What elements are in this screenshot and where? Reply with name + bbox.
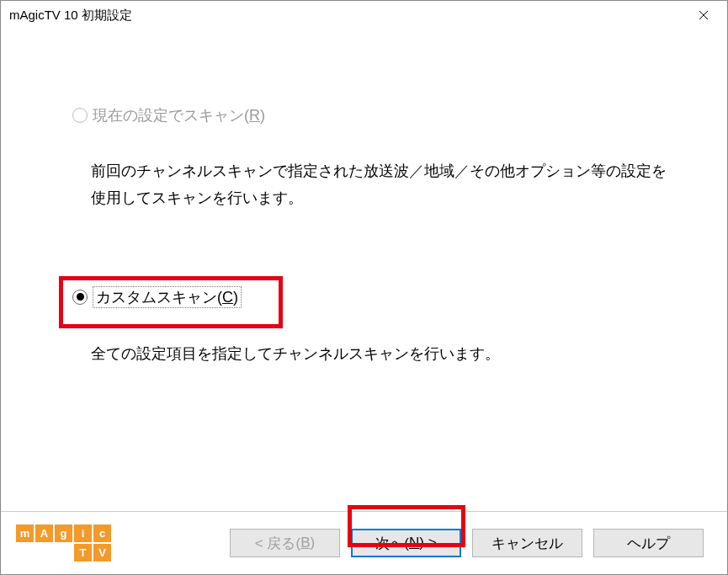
option-custom-desc: 全ての設定項目を指定してチャンネルスキャンを行います。 [91, 340, 677, 367]
radio-custom-scan[interactable]: カスタムスキャン(C) [72, 286, 677, 308]
logo-letter: A [35, 524, 53, 542]
footer: m A g i c T V < 戻る(B) 次へ(N) > キャンセル ヘルプ [1, 511, 727, 574]
window-title: mAgicTV 10 初期設定 [9, 8, 132, 24]
radio-icon-selected [72, 290, 88, 305]
cancel-button[interactable]: キャンセル [472, 529, 582, 557]
logo-row-1: m A g i c [16, 524, 111, 542]
close-button[interactable] [687, 3, 720, 27]
option-custom-scan: カスタムスキャン(C) 全ての設定項目を指定してチャンネルスキャンを行います。 [72, 286, 677, 367]
radio-label: 現在の設定でスキャン(R) [93, 105, 265, 125]
logo-letter: c [93, 524, 111, 542]
option-current-desc: 前回のチャンネルスキャンで指定された放送波／地域／その他オプション等の設定を使用… [91, 157, 677, 212]
logo: m A g i c T V [16, 524, 111, 562]
back-button: < 戻る(B) [230, 529, 340, 557]
next-button[interactable]: 次へ(N) > [351, 529, 461, 557]
help-button[interactable]: ヘルプ [593, 529, 704, 557]
radio-label: カスタムスキャン(C) [93, 286, 242, 308]
option-current-scan: 現在の設定でスキャン(R) 前回のチャンネルスキャンで指定された放送波／地域／そ… [72, 105, 677, 212]
close-icon [699, 10, 709, 20]
radio-icon [72, 108, 88, 123]
radio-current-scan[interactable]: 現在の設定でスキャン(R) [72, 105, 677, 125]
logo-letter: g [55, 524, 72, 542]
logo-letter: i [74, 524, 92, 542]
dialog-window: mAgicTV 10 初期設定 現在の設定でスキャン(R) 前回のチャンネルスキ… [0, 0, 728, 575]
content-area: 現在の設定でスキャン(R) 前回のチャンネルスキャンで指定された放送波／地域／そ… [1, 29, 727, 511]
titlebar: mAgicTV 10 初期設定 [1, 1, 727, 29]
logo-row-2: T V [16, 544, 111, 562]
logo-letter: m [16, 524, 34, 542]
logo-letter: V [93, 544, 111, 562]
logo-letter: T [74, 544, 92, 562]
